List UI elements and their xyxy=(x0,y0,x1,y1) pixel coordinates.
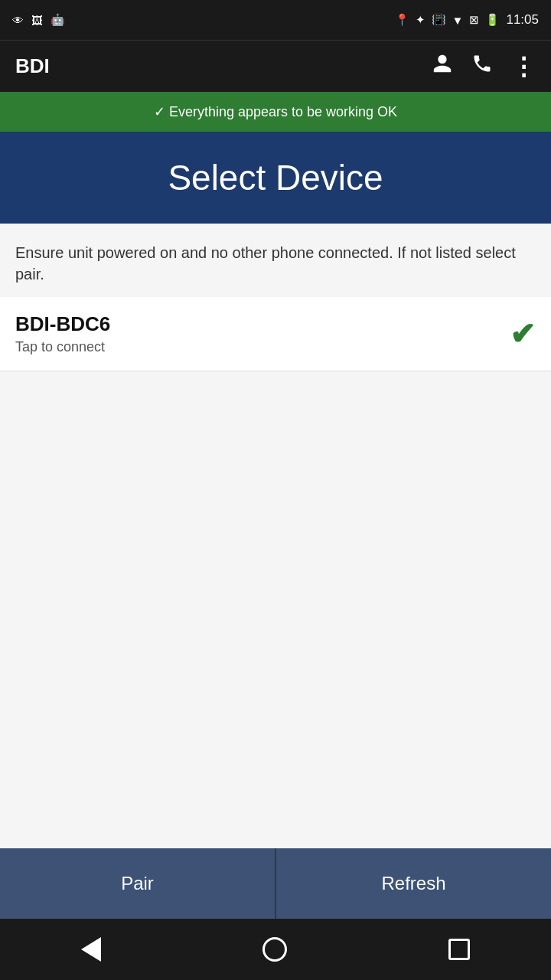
status-bar-right-icons: 📍 ✦ 📳 ▼ ⊠ 🔋 11:05 xyxy=(395,12,539,28)
bottom-buttons: Pair Refresh xyxy=(0,848,551,919)
app-title: BDI xyxy=(15,54,432,78)
more-options-icon[interactable]: ⋮ xyxy=(511,54,536,79)
battery-icon: 🔋 xyxy=(485,13,500,27)
select-device-header: Select Device xyxy=(0,132,551,224)
image-icon: 🖼 xyxy=(31,14,43,27)
location-icon: 📍 xyxy=(395,13,409,27)
status-bar: 👁 🖼 🤖 📍 ✦ 📳 ▼ ⊠ 🔋 11:05 xyxy=(0,0,551,40)
device-connected-check-icon: ✔ xyxy=(510,316,536,351)
device-item[interactable]: BDI-BDC6 Tap to connect ✔ xyxy=(0,297,551,371)
select-device-title: Select Device xyxy=(168,157,383,198)
device-name: BDI-BDC6 xyxy=(15,312,110,336)
status-banner: ✓ Everything appears to be working OK xyxy=(0,92,551,132)
back-button[interactable] xyxy=(81,937,101,962)
refresh-button[interactable]: Refresh xyxy=(276,848,551,919)
instruction-text: Ensure unit powered on and no other phon… xyxy=(0,224,551,297)
eye-icon: 👁 xyxy=(12,14,24,27)
pair-button[interactable]: Pair xyxy=(0,848,276,919)
android-icon: 🤖 xyxy=(51,13,65,27)
vibrate-icon: 📳 xyxy=(432,13,446,27)
profile-icon[interactable] xyxy=(432,53,453,80)
nav-bar xyxy=(0,919,551,980)
device-subtitle: Tap to connect xyxy=(15,339,110,355)
app-bar: BDI ⋮ xyxy=(0,40,551,92)
app-bar-actions: ⋮ xyxy=(432,53,536,80)
status-banner-text: ✓ Everything appears to be working OK xyxy=(154,103,397,120)
status-bar-left-icons: 👁 🖼 🤖 xyxy=(12,13,65,27)
home-button[interactable] xyxy=(262,937,287,962)
main-content: Ensure unit powered on and no other phon… xyxy=(0,224,551,848)
recents-button[interactable] xyxy=(448,939,470,960)
device-list: BDI-BDC6 Tap to connect ✔ xyxy=(0,297,551,848)
bluetooth-icon: ✦ xyxy=(416,13,425,27)
signal-off-icon: ⊠ xyxy=(469,13,479,27)
wifi-icon: ▼ xyxy=(452,14,464,27)
status-time: 11:05 xyxy=(506,12,539,28)
device-info: BDI-BDC6 Tap to connect xyxy=(15,312,110,355)
phone-icon[interactable] xyxy=(471,53,493,80)
